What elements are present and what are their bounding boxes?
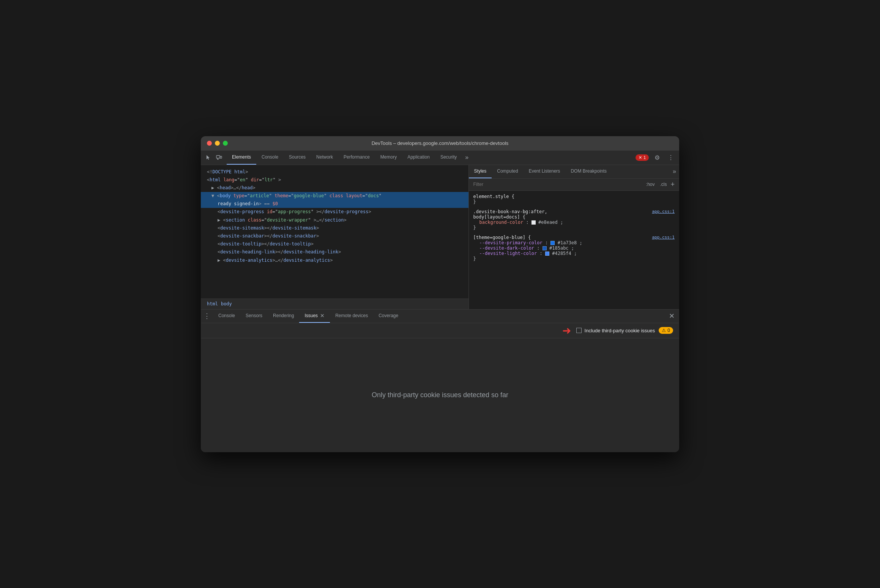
tab-styles[interactable]: Styles (469, 165, 492, 178)
tab-elements[interactable]: Elements (227, 150, 256, 165)
svg-rect-0 (216, 156, 220, 158)
dom-line-snackbar[interactable]: <devsite-snackbar></devsite-snackbar> (201, 232, 468, 240)
svg-rect-1 (220, 156, 222, 158)
dom-line-analytics[interactable]: ▶ <devsite-analytics>…</devsite-analytic… (201, 256, 468, 264)
more-options-button[interactable]: ⋮ (666, 152, 676, 163)
main-tab-bar: Elements Console Sources Network Perform… (227, 150, 472, 165)
error-badge[interactable]: ✕ 1 (636, 154, 649, 161)
window-title: DevTools – developers.google.com/web/too… (372, 140, 509, 146)
drawer-tab-sensors[interactable]: Sensors (240, 309, 268, 323)
tab-computed[interactable]: Computed (492, 165, 523, 178)
styles-content: element.style { } app.css:1 .devsite-boo… (469, 191, 679, 309)
hov-button[interactable]: :hov (645, 181, 656, 188)
dom-line-sitemask[interactable]: <devsite-sitemask></devsite-sitemask> (201, 224, 468, 232)
tab-dom-breakpoints[interactable]: DOM Breakpoints (565, 165, 612, 178)
dom-line-html[interactable]: <html lang="en" dir="ltr" > (201, 176, 468, 184)
dom-line-doctype: <!DOCTYPE html> (201, 168, 468, 176)
cls-button[interactable]: .cls (658, 181, 668, 188)
include-third-party-area: Include third-party cookie issues (576, 328, 655, 333)
traffic-lights (207, 141, 228, 146)
red-arrow-icon: ➜ (562, 324, 571, 337)
title-bar: DevTools – developers.google.com/web/too… (201, 136, 679, 151)
drawer-tab-bar: ⋮ Console Sensors Rendering Issues ✕ Rem… (201, 310, 679, 323)
settings-button[interactable]: ⚙ (652, 152, 662, 163)
include-third-party-checkbox[interactable] (576, 328, 582, 333)
dom-line-section[interactable]: ▶ <section class="devsite-wrapper" >…</s… (201, 216, 468, 224)
drawer-close-button[interactable]: ✕ (666, 309, 678, 323)
devtools-toolbar: Elements Console Sources Network Perform… (201, 151, 679, 165)
filter-buttons: :hov .cls + (645, 181, 675, 189)
breadcrumb-body[interactable]: body (221, 301, 232, 307)
color-swatch-4285f4[interactable] (545, 252, 549, 256)
main-area: <!DOCTYPE html> <html lang="en" dir="ltr… (201, 165, 679, 309)
issues-body: Only third-party cookie issues detected … (201, 338, 679, 452)
dom-line-body-eq: ready signed-in> == $0 (201, 200, 468, 208)
dom-line-heading-link[interactable]: <devsite-heading-link></devsite-heading-… (201, 248, 468, 256)
styles-filter-input[interactable] (473, 182, 642, 187)
tab-application[interactable]: Application (402, 150, 435, 165)
devtools-window: DevTools – developers.google.com/web/too… (201, 136, 679, 452)
tab-security[interactable]: Security (435, 150, 462, 165)
color-swatch-e8eaed[interactable] (531, 220, 536, 225)
issues-toolbar: ➜ Include third-party cookie issues ⚠ 0 (201, 323, 679, 338)
css-rule-element-style: element.style { } (473, 194, 675, 204)
styles-filter-bar: :hov .cls + (469, 179, 679, 191)
dom-line-devsite-progress[interactable]: <devsite-progress id="app-progress" ></d… (201, 208, 468, 216)
warning-count: 0 (667, 328, 670, 333)
toolbar-right: ✕ 1 ⚙ ⋮ (636, 152, 676, 163)
toolbar-icons (204, 153, 224, 162)
tab-console[interactable]: Console (256, 150, 284, 165)
breadcrumb-bar: html body (201, 299, 468, 309)
minimize-button[interactable] (215, 141, 220, 146)
dom-line-tooltip[interactable]: <devsite-tooltip></devsite-tooltip> (201, 240, 468, 248)
close-issues-icon[interactable]: ✕ (320, 313, 325, 319)
issues-empty-message: Only third-party cookie issues detected … (372, 391, 508, 399)
fullscreen-button[interactable] (223, 141, 228, 146)
close-button[interactable] (207, 141, 212, 146)
color-swatch-1a73e8[interactable] (550, 241, 555, 245)
drawer-tab-console[interactable]: Console (213, 309, 240, 323)
include-third-party-label: Include third-party cookie issues (585, 328, 655, 333)
dom-line-head[interactable]: ▶ <head>…</head> (201, 184, 468, 192)
styles-panel: Styles Computed Event Listeners DOM Brea… (469, 165, 679, 309)
devtools-body: Elements Console Sources Network Perform… (201, 151, 679, 452)
error-icon: ✕ (639, 155, 642, 160)
drawer-tab-remote-devices[interactable]: Remote devices (330, 309, 373, 323)
tab-event-listeners[interactable]: Event Listeners (524, 165, 566, 178)
color-swatch-185abc[interactable] (543, 246, 547, 250)
dom-content[interactable]: <!DOCTYPE html> <html lang="en" dir="ltr… (201, 165, 468, 299)
drawer-tab-rendering[interactable]: Rendering (268, 309, 299, 323)
more-tabs-button[interactable]: » (462, 150, 472, 165)
tab-memory[interactable]: Memory (375, 150, 402, 165)
warning-icon: ⚠ (662, 328, 666, 333)
add-style-button[interactable]: + (670, 181, 675, 189)
drawer-tab-issues[interactable]: Issues ✕ (299, 309, 330, 323)
css-source-2[interactable]: app.css:1 (652, 235, 675, 240)
tab-sources[interactable]: Sources (284, 150, 311, 165)
drawer-menu-button[interactable]: ⋮ (201, 309, 213, 323)
dom-line-body[interactable]: ▼ <body type="article" theme="google-blu… (201, 192, 468, 200)
error-count: 1 (643, 155, 646, 160)
bottom-drawer: ⋮ Console Sensors Rendering Issues ✕ Rem… (201, 309, 679, 452)
drawer-tab-coverage[interactable]: Coverage (373, 309, 404, 323)
dom-panel: <!DOCTYPE html> <html lang="en" dir="ltr… (201, 165, 469, 309)
cursor-icon[interactable] (204, 153, 213, 162)
css-rule-theme-google-blue: app.css:1 [theme=google-blue] { --devsit… (473, 235, 675, 261)
device-toggle-icon[interactable] (214, 153, 224, 162)
tab-performance[interactable]: Performance (338, 150, 375, 165)
styles-tabs: Styles Computed Event Listeners DOM Brea… (469, 165, 679, 179)
tab-network[interactable]: Network (311, 150, 338, 165)
warning-badge: ⚠ 0 (659, 327, 673, 334)
styles-more-tabs[interactable]: » (670, 165, 679, 178)
css-source-1[interactable]: app.css:1 (652, 209, 675, 214)
css-rule-devsite-book: app.css:1 .devsite-book-nav-bg:after, bo… (473, 209, 675, 230)
breadcrumb-html[interactable]: html (207, 301, 218, 307)
